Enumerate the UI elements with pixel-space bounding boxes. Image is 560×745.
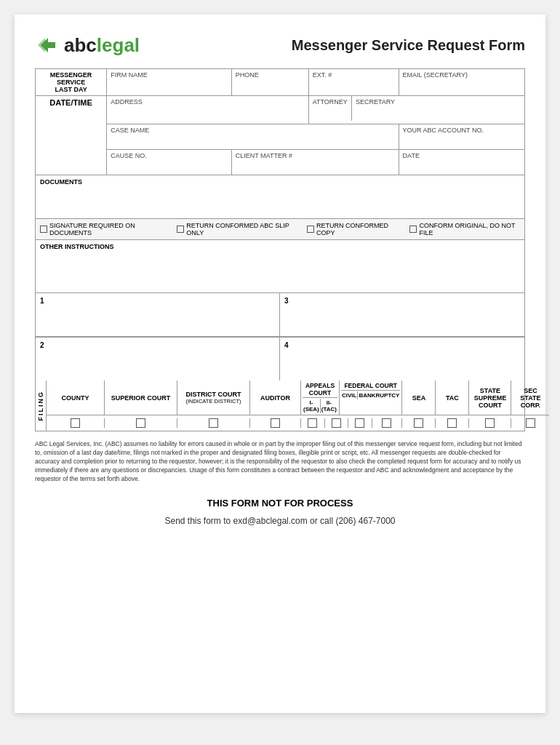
attorney-value[interactable]	[313, 107, 348, 119]
sea-checkbox-cell	[402, 418, 436, 428]
client-matter-label: CLIENT MATTER #	[236, 152, 395, 159]
phone-label: PHONE	[236, 71, 305, 79]
return-conformed-checkbox[interactable]	[307, 226, 314, 233]
attorney-label: ATTORNEY	[313, 98, 348, 105]
documents-section: DOCUMENTS	[35, 175, 525, 219]
federal-court-header: Federal Court CIVIL BANKRUPTCY	[340, 381, 402, 415]
filing-label-text: FILING	[37, 391, 44, 421]
footer: THIS FORM NOT FOR PROCESS Send this form…	[35, 498, 525, 526]
return-conformed-item[interactable]: RETURN CONFORMED COPY	[307, 222, 400, 236]
box-1-number: 1	[40, 297, 44, 305]
filing-checkboxes-row	[47, 415, 549, 431]
other-instructions-section: OTHER INSTRUCTIONS	[35, 240, 525, 293]
conform-original-checkbox[interactable]	[409, 226, 417, 233]
other-instructions-label: OTHER INSTRUCTIONS	[40, 243, 520, 250]
table-row-4: CAUSE NO. CLIENT MATTER # DATE	[36, 150, 525, 175]
return-abc-slip-item[interactable]: RETURN CONFORMED ABC SLIP ONLY	[177, 222, 297, 236]
civil-checkbox[interactable]	[355, 418, 364, 428]
box-3[interactable]: 3	[280, 293, 524, 337]
svg-marker-1	[38, 38, 45, 52]
table-row-3: CASE NAME YOUR ABC ACCOUNT NO.	[36, 124, 525, 150]
tac-header: TAC	[436, 381, 469, 415]
info-table: Messenger Service LAST DAY FIRM NAME PHO…	[35, 68, 525, 175]
datetime-cell: DATE/TIME	[36, 96, 107, 175]
civil-checkbox-cell	[348, 418, 372, 428]
tac-checkbox-cell	[436, 418, 469, 428]
abc-account-value[interactable]	[403, 135, 521, 147]
case-name-cell: CASE NAME	[107, 124, 399, 150]
case-name-value[interactable]	[111, 135, 394, 147]
table-row-1: Messenger Service LAST DAY FIRM NAME PHO…	[36, 69, 525, 96]
checkboxes-row: SIGNATURE REQUIRED ON DOCUMENTS RETURN C…	[35, 219, 525, 240]
logo: abclegal	[35, 32, 140, 58]
isea-checkbox[interactable]	[308, 418, 317, 428]
return-conformed-label: RETURN CONFORMED COPY	[316, 222, 400, 236]
bankruptcy-checkbox-cell	[372, 418, 403, 428]
email-label: EMAIL (SECRETARY)	[403, 71, 521, 79]
numbered-boxes: 1 3 2 4	[35, 293, 525, 381]
address-value[interactable]	[111, 107, 305, 121]
client-matter-cell: CLIENT MATTER #	[231, 150, 399, 175]
sig-required-checkbox[interactable]	[40, 226, 47, 233]
cause-no-label: CAUSE NO.	[111, 152, 228, 159]
documents-content[interactable]	[40, 188, 520, 210]
filing-label: FILING	[36, 381, 47, 431]
i-sea-subheader: I-(SEA)	[303, 399, 320, 413]
sea-header: SEA	[402, 381, 436, 415]
email-cell: EMAIL (SECRETARY)	[399, 69, 524, 96]
firm-name-value[interactable]	[111, 80, 228, 92]
client-matter-value[interactable]	[236, 161, 395, 172]
case-name-label: CASE NAME	[111, 127, 394, 134]
box-4[interactable]: 4	[280, 337, 524, 381]
county-checkbox[interactable]	[71, 418, 80, 428]
iitac-checkbox[interactable]	[332, 418, 341, 428]
sea-checkbox[interactable]	[414, 418, 423, 428]
date-label: DATE	[403, 152, 521, 159]
ext-value[interactable]	[313, 80, 395, 92]
secretary-value[interactable]	[356, 107, 395, 119]
county-header: COUNTY	[47, 381, 105, 415]
box-3-number: 3	[284, 297, 289, 305]
isea-checkbox-cell	[301, 418, 325, 428]
phone-cell: PHONE	[231, 69, 308, 96]
state-supreme-checkbox-cell	[469, 418, 511, 428]
filing-headers: COUNTY SUPERIOR COURT DISTRICT COURT (IN…	[47, 381, 549, 415]
date-value[interactable]	[403, 161, 521, 172]
sig-required-item[interactable]: SIGNATURE REQUIRED ON DOCUMENTS	[40, 222, 167, 236]
firm-name-cell: FIRM NAME	[107, 69, 232, 96]
box-1[interactable]: 1	[36, 293, 280, 337]
auditor-checkbox[interactable]	[271, 418, 280, 428]
messenger-service-label: Messenger Service	[50, 71, 92, 86]
attorney-secretary-cell: ATTORNEY SECRETARY	[309, 96, 399, 121]
firm-name-label: FIRM NAME	[111, 71, 228, 79]
appeals-court-header: Appeals Court I-(SEA) II-(TAC)	[301, 381, 340, 415]
last-day-label: LAST DAY	[55, 86, 87, 93]
box-2[interactable]: 2	[36, 337, 280, 381]
box-2-number: 2	[40, 341, 44, 349]
superior-checkbox[interactable]	[136, 418, 145, 428]
cause-no-cell: CAUSE NO.	[107, 150, 232, 175]
ext-label: EXT. #	[313, 71, 395, 79]
cause-no-value[interactable]	[111, 161, 228, 172]
superior-court-header: SUPERIOR COURT	[105, 381, 177, 415]
bankruptcy-checkbox[interactable]	[382, 418, 391, 428]
contact-info: Send this form to exd@abclegal.com or ca…	[35, 516, 525, 526]
phone-value[interactable]	[236, 80, 305, 92]
district-court-header: DISTRICT COURT (INDICATE DISTRICT)	[177, 381, 250, 415]
return-abc-slip-checkbox[interactable]	[177, 226, 184, 233]
state-supreme-checkbox[interactable]	[485, 418, 495, 428]
table-row-2: DATE/TIME ADDRESS ATTORNEY SECRETARY	[36, 96, 525, 124]
superior-checkbox-cell	[105, 418, 177, 428]
disclaimer: ABC Legal Services, Inc. (ABC) assumes n…	[35, 440, 525, 483]
email-value[interactable]	[403, 80, 521, 92]
other-instructions-content[interactable]	[40, 253, 520, 290]
address-label: ADDRESS	[111, 98, 305, 105]
conform-original-item[interactable]: CONFORM ORIGINAL, DO NOT FILE	[409, 222, 520, 236]
box-4-number: 4	[284, 341, 289, 349]
sec-state-checkbox[interactable]	[526, 418, 535, 428]
district-checkbox[interactable]	[209, 418, 218, 428]
tac-checkbox[interactable]	[447, 418, 457, 428]
civil-subheader: CIVIL	[341, 391, 357, 399]
district-checkbox-cell	[177, 418, 250, 428]
auditor-header: AUDITOR	[250, 381, 301, 415]
